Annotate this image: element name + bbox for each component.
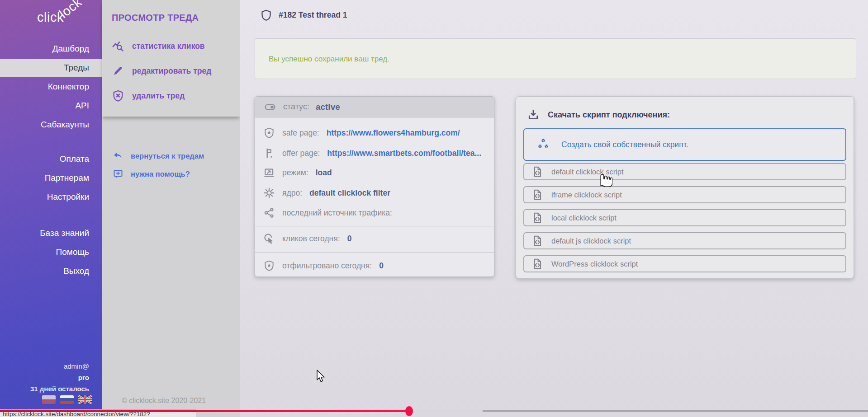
menu-item-label: статистика кликов (132, 42, 205, 51)
mode-value: load (316, 168, 332, 178)
menu-item-label: удалить тред (132, 91, 185, 101)
pencil-icon (112, 65, 124, 77)
row-clicks-today: кликов сегодня: 0 (263, 232, 351, 245)
code-file-icon (531, 258, 543, 270)
sidebar-item-payment[interactable]: Оплата (0, 150, 102, 168)
menu-item-click-stats[interactable]: статистика кликов (112, 39, 205, 53)
russia-flag-icon[interactable] (60, 395, 74, 404)
row-offer-page: offer page: https://www.smartbets.com/fo… (263, 146, 481, 160)
sidebar-item-settings[interactable]: Настройки (0, 188, 102, 206)
create-custom-script-button[interactable]: Создать свой собственный скрипт. (523, 128, 846, 161)
code-file-icon (531, 189, 543, 201)
offer-page-link[interactable]: https://www.smartbets.com/football/tea..… (327, 149, 481, 158)
menu-item-edit-thread[interactable]: редактировать тред (112, 64, 211, 78)
thread-status-card: статус: active safe page: https://www.fl… (255, 96, 494, 277)
sidebar-item-threads[interactable]: Треды (0, 59, 102, 77)
code-file-icon (531, 235, 543, 247)
sidebar-nav: Дашборд Треды Коннектор API Сабакаунты О… (0, 40, 102, 281)
copyright-text: © clicklock.site 2020-2021 (122, 397, 206, 405)
share-nodes-icon (263, 207, 275, 219)
script-button-label: WordPress clicklock script (551, 260, 638, 268)
row-label: safe page: (282, 128, 319, 138)
status-value: active (316, 102, 340, 112)
shield-star-icon (263, 127, 275, 139)
account-info: admin@ pro 31 дней осталось (30, 361, 89, 394)
link-back-to-threads[interactable]: вернуться к тредам (113, 150, 204, 162)
stat-label: отфильтровано сегодня: (282, 261, 372, 271)
row-label: ядро: (282, 188, 302, 198)
sidebar-item-logout[interactable]: Выход (0, 262, 102, 280)
safe-page-link[interactable]: https://www.flowers4hamburg.com/ (327, 128, 460, 138)
main-sidebar: click lock Дашборд Треды Коннектор API С… (0, 0, 102, 417)
sidebar-item-knowledge-base[interactable]: База знаний (0, 224, 102, 242)
app-root: click lock Дашборд Треды Коннектор API С… (0, 0, 868, 417)
menu-item-delete-thread[interactable]: удалить тред (112, 89, 185, 103)
menu-link-label: нужна помощь? (131, 170, 190, 178)
stats-search-icon (112, 40, 124, 52)
script-button-wordpress[interactable]: WordPress clicklock script (523, 255, 846, 272)
thread-menu-title: ПРОСМОТР ТРЕДА (112, 13, 199, 23)
sidebar-item-partners[interactable]: Партнерам (0, 169, 102, 187)
row-label: режим: (282, 168, 308, 178)
clicklock-logo[interactable]: click lock (37, 3, 100, 31)
sidebar-item-connector[interactable]: Коннектор (0, 78, 102, 96)
gear-icon (263, 187, 275, 199)
download-panel-header: Скачать скрипт подключения: (527, 108, 670, 121)
page-title: #182 Test thread 1 (279, 10, 347, 20)
comment-plus-icon (113, 169, 123, 179)
clicks-today-value: 0 (347, 234, 352, 244)
script-button-local[interactable]: local clicklock script (523, 209, 846, 226)
menu-item-label: редактировать тред (132, 66, 211, 76)
thread-menu-column: ПРОСМОТР ТРЕДА статистика кликов редакти… (102, 0, 240, 417)
click-cursor-icon (263, 233, 275, 244)
video-progress-remaining[interactable] (483, 410, 868, 412)
create-custom-script-label: Создать свой собственный скрипт. (561, 140, 688, 150)
undo-icon (113, 150, 123, 161)
sidebar-item-dashboard[interactable]: Дашборд (0, 40, 102, 58)
row-mode: режим: load (263, 166, 332, 179)
toggle-on-icon (263, 102, 277, 112)
stat-label: кликов сегодня: (282, 234, 340, 244)
script-button-default[interactable]: default clicklock script (523, 163, 846, 180)
monitor-arrow-icon (263, 167, 275, 178)
row-last-traffic-source: последний источник трафика: (263, 206, 399, 220)
shield-x-icon (112, 89, 124, 102)
download-icon (527, 108, 540, 121)
cubes-icon (535, 136, 551, 153)
uk-flag-icon[interactable] (78, 395, 92, 404)
account-email: admin@ (30, 361, 89, 372)
sidebar-item-help[interactable]: Помощь (0, 243, 102, 261)
account-days-left: 31 дней осталось (30, 383, 89, 394)
script-button-default-js[interactable]: default js clicklock script (523, 232, 846, 249)
main-content: #182 Test thread 1 Вы успешно сохранили … (240, 0, 868, 417)
row-core: ядро: default clicklock filter (263, 186, 390, 200)
filtered-today-value: 0 (379, 261, 384, 271)
video-progress-knob[interactable] (405, 406, 413, 416)
core-value: default clicklock filter (309, 188, 390, 198)
download-panel-title: Скачать скрипт подключения: (548, 110, 670, 120)
success-alert: Вы успешно сохранили ваш тред. (255, 38, 856, 79)
download-scripts-panel: Скачать скрипт подключения: (516, 96, 854, 279)
flag-icon (263, 147, 275, 159)
shield-icon (260, 9, 272, 21)
menu-link-label: вернуться к тредам (131, 152, 204, 160)
success-alert-text: Вы успешно сохранили ваш тред. (269, 55, 389, 64)
code-file-icon (531, 166, 543, 178)
mouse-hand-cursor (596, 170, 612, 188)
script-button-iframe[interactable]: iframe clicklock script (523, 186, 846, 203)
script-button-label: local clicklock script (551, 214, 617, 222)
status-label: статус: (283, 102, 309, 112)
video-progress-buffered[interactable] (409, 410, 483, 412)
sidebar-item-subaccounts[interactable]: Сабакаунты (0, 116, 102, 134)
poland-flag-icon[interactable] (42, 395, 56, 404)
sidebar-item-api[interactable]: API (0, 97, 102, 115)
row-label: offer page: (282, 149, 320, 158)
script-button-label: default js clicklock script (551, 237, 631, 245)
language-switcher (42, 395, 92, 404)
video-progress-played[interactable] (0, 410, 409, 412)
link-need-help[interactable]: нужна помощь? (113, 168, 190, 180)
row-filtered-today: отфильтровано сегодня: 0 (263, 259, 384, 272)
status-header: статус: active (255, 97, 494, 117)
shield-star-icon (263, 260, 275, 272)
divider (255, 253, 494, 253)
